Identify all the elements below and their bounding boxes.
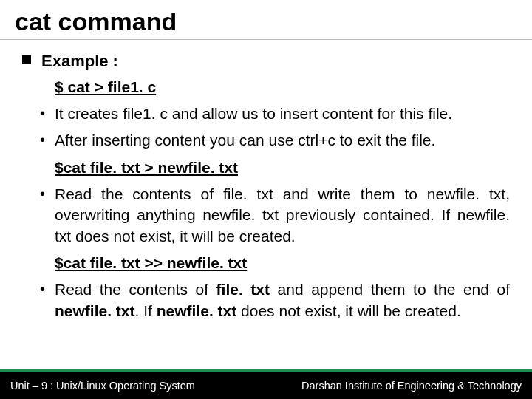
example-heading: Example : — [22, 50, 510, 72]
command-3: $cat file. txt >> newfile. txt — [22, 253, 510, 273]
slide-body: Example : $ cat > file1. c It creates fi… — [0, 40, 532, 369]
point-2: After inserting content you can use ctrl… — [22, 130, 510, 151]
p4-b3: newfile. txt — [157, 302, 241, 319]
slide: cat command Example : $ cat > file1. c I… — [0, 0, 532, 399]
point-4: Read the contents of file. txt and appen… — [22, 279, 510, 321]
footer-left: Unit – 9 : Unix/Linux Operating System — [10, 380, 195, 392]
p4-mid2: . If — [135, 302, 157, 319]
p4-b2: newfile. txt — [55, 302, 135, 319]
footer-right: Darshan Institute of Engineering & Techn… — [301, 380, 522, 392]
p4-b1: file. txt — [216, 281, 278, 298]
page-title: cat command — [15, 7, 517, 36]
p4-pre: Read the contents of — [55, 281, 216, 298]
command-1: $ cat > file1. c — [22, 77, 510, 98]
title-bold: cat — [15, 7, 51, 35]
title-area: cat command — [0, 0, 532, 40]
p4-mid1: and append them to the end of — [278, 281, 510, 298]
title-rest: command — [51, 7, 177, 35]
p4-end: does not exist, it will be created. — [241, 302, 461, 319]
point-1: It creates file1. c and allow us to inse… — [22, 103, 510, 124]
point-3: Read the contents of file. txt and write… — [22, 184, 510, 247]
footer: Unit – 9 : Unix/Linux Operating System D… — [0, 369, 532, 399]
command-2: $cat file. txt > newfile. txt — [22, 157, 510, 178]
